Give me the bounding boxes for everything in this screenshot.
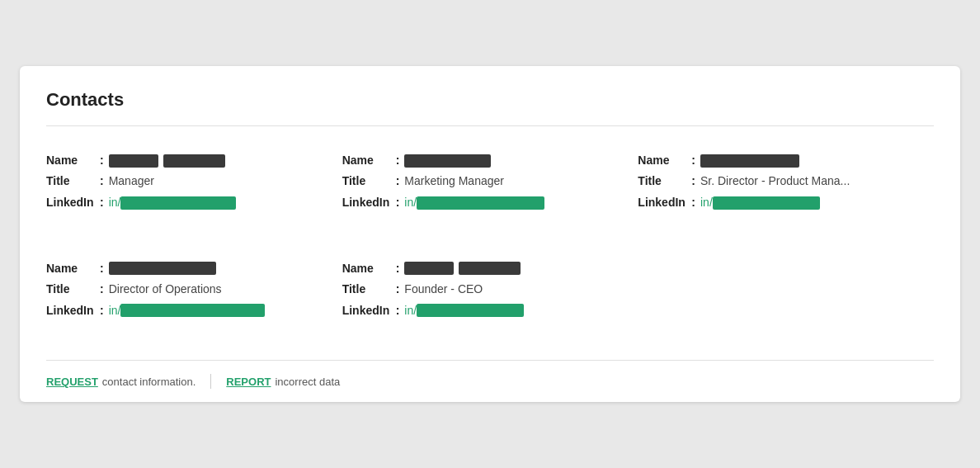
linkedin-label-1: LinkedIn xyxy=(46,195,100,211)
name-redacted-3 xyxy=(700,154,799,168)
title-label-1: Title xyxy=(46,173,100,190)
linkedin-link-4[interactable]: in/ xyxy=(109,303,266,319)
contact-linkedin-row-1: LinkedIn : in/ xyxy=(46,195,329,211)
name-redacted-4 xyxy=(109,262,216,275)
name-label-2: Name xyxy=(342,153,396,169)
linkedin-redacted-1 xyxy=(120,196,236,210)
title-value-1: Manager xyxy=(109,173,154,190)
contact-name-row-2: Name : xyxy=(342,153,625,169)
linkedin-redacted-4 xyxy=(120,304,265,317)
linkedin-prefix-1: in/ xyxy=(109,195,121,211)
linkedin-link-3[interactable]: in/ xyxy=(700,195,820,211)
linkedin-prefix-4: in/ xyxy=(109,303,121,319)
contacts-grid-row2: Name : Title : Director of Operations Li… xyxy=(46,253,934,344)
linkedin-redacted-3 xyxy=(713,196,820,210)
footer-bar: REQUEST contact information. REPORT inco… xyxy=(46,360,934,402)
contact-title-row-1: Title : Manager xyxy=(46,173,329,190)
title-label-2: Title xyxy=(342,173,396,190)
linkedin-prefix-3: in/ xyxy=(700,195,713,211)
linkedin-prefix-5: in/ xyxy=(404,303,417,319)
contact-linkedin-row-3: LinkedIn : in/ xyxy=(638,195,921,211)
contact-name-row-1: Name : xyxy=(46,153,329,169)
title-value-4: Director of Operations xyxy=(109,281,222,298)
contact-empty-3 xyxy=(638,253,934,344)
name-redacted-1b xyxy=(163,154,225,168)
linkedin-link-1[interactable]: in/ xyxy=(109,195,237,211)
page-title: Contacts xyxy=(46,89,934,111)
linkedin-link-5[interactable]: in/ xyxy=(404,303,524,319)
title-label-4: Title xyxy=(46,281,100,298)
contact-linkedin-row-2: LinkedIn : in/ xyxy=(342,195,625,211)
contacts-grid-row1: Name : Title : Manager LinkedIn : in/ xyxy=(46,144,934,236)
name-redacted-5b xyxy=(459,262,521,275)
contact-item-4: Name : Title : Director of Operations Li… xyxy=(46,253,342,344)
contact-linkedin-row-4: LinkedIn : in/ xyxy=(46,303,329,319)
contact-item-1: Name : Title : Manager LinkedIn : in/ xyxy=(46,144,342,236)
linkedin-label-4: LinkedIn xyxy=(46,303,100,319)
request-text: contact information. xyxy=(102,376,196,388)
linkedin-label-3: LinkedIn xyxy=(638,195,691,211)
linkedin-label-5: LinkedIn xyxy=(342,303,396,319)
contact-title-row-5: Title : Founder - CEO xyxy=(342,281,625,298)
contact-name-row-4: Name : xyxy=(46,261,329,277)
contact-name-row-3: Name : xyxy=(638,153,921,169)
name-label-1: Name xyxy=(46,153,100,169)
name-label-3: Name xyxy=(638,153,691,169)
report-link[interactable]: REPORT xyxy=(226,376,271,388)
footer-divider xyxy=(210,374,211,389)
contacts-card: Contacts Name : Title : Manager LinkedIn… xyxy=(20,66,960,403)
title-label-3: Title xyxy=(638,173,691,190)
title-value-5: Founder - CEO xyxy=(404,281,483,298)
name-redacted-2 xyxy=(404,154,491,168)
linkedin-link-2[interactable]: in/ xyxy=(404,195,544,211)
title-divider xyxy=(46,125,934,126)
linkedin-label-2: LinkedIn xyxy=(342,195,396,211)
request-link[interactable]: REQUEST xyxy=(46,376,98,388)
name-label-4: Name xyxy=(46,261,100,277)
title-label-5: Title xyxy=(342,281,396,298)
linkedin-prefix-2: in/ xyxy=(404,195,417,211)
name-redacted-5a xyxy=(404,262,454,275)
contact-linkedin-row-5: LinkedIn : in/ xyxy=(342,303,625,319)
title-value-2: Marketing Manager xyxy=(404,173,504,190)
name-redacted-1a xyxy=(109,154,158,168)
title-value-3: Sr. Director - Product Mana... xyxy=(700,173,850,190)
contact-item-3: Name : Title : Sr. Director - Product Ma… xyxy=(638,144,934,236)
linkedin-redacted-2 xyxy=(417,196,544,210)
contact-item-2: Name : Title : Marketing Manager LinkedI… xyxy=(342,144,638,236)
contact-title-row-4: Title : Director of Operations xyxy=(46,281,329,298)
contact-title-row-3: Title : Sr. Director - Product Mana... xyxy=(638,173,921,190)
contact-item-5: Name : Title : Founder - CEO LinkedIn : … xyxy=(342,253,638,344)
contact-title-row-2: Title : Marketing Manager xyxy=(342,173,625,190)
report-text: incorrect data xyxy=(275,376,340,388)
name-label-5: Name xyxy=(342,261,396,277)
linkedin-redacted-5 xyxy=(417,304,524,317)
contact-name-row-5: Name : xyxy=(342,261,625,277)
